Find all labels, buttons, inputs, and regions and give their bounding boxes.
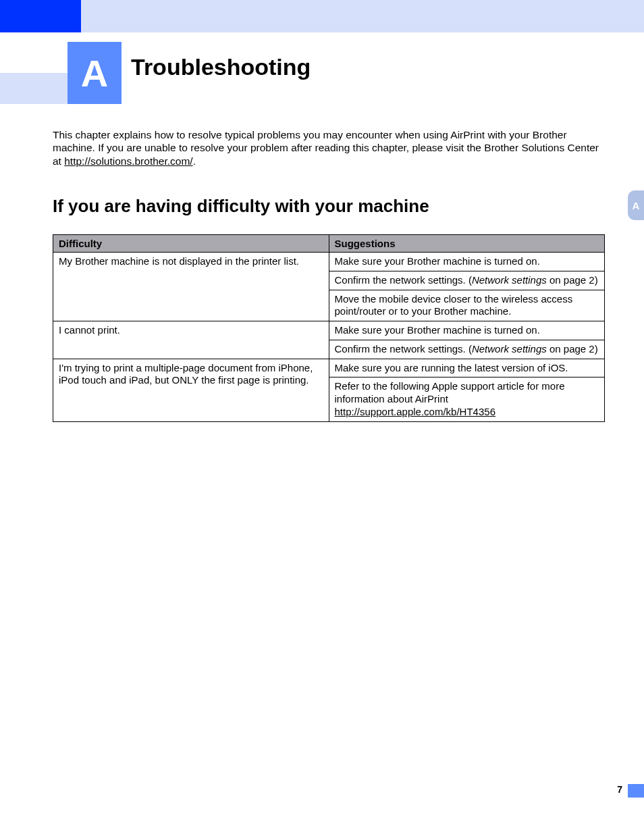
chapter-letter: A: [81, 51, 108, 95]
suggestion-cell: Make sure your Brother machine is turned…: [329, 253, 605, 271]
suggestion-cell: Refer to the following Apple support art…: [329, 377, 605, 421]
suggestion-cell: Make sure your Brother machine is turned…: [329, 321, 605, 340]
chapter-letter-box: A: [68, 42, 122, 104]
th-suggestions: Suggestions: [329, 235, 605, 253]
difficulty-cell: I cannot print.: [53, 321, 329, 359]
chapter-title: Troubleshooting: [131, 54, 311, 80]
apple-support-link[interactable]: http://support.apple.com/kb/HT4356: [335, 406, 495, 417]
side-tab: A: [628, 190, 644, 220]
header-corner: [0, 0, 81, 32]
th-difficulty: Difficulty: [53, 235, 329, 253]
solutions-center-link[interactable]: http://solutions.brother.com/: [64, 155, 192, 167]
difficulty-cell: My Brother machine is not displayed in t…: [53, 253, 329, 321]
intro-text-after: .: [193, 155, 196, 167]
suggestion-cell: Make sure you are running the latest ver…: [329, 359, 605, 377]
left-strip: [0, 73, 68, 104]
header-band: [81, 0, 644, 32]
subheading: If you are having difficulty with your m…: [53, 196, 605, 217]
suggestion-cell: Confirm the network settings. (Network s…: [329, 340, 605, 359]
content-area: This chapter explains how to resolve typ…: [53, 128, 605, 422]
intro-paragraph: This chapter explains how to resolve typ…: [53, 128, 605, 167]
troubleshooting-table: Difficulty Suggestions My Brother machin…: [53, 234, 605, 422]
page-number: 7: [617, 784, 622, 795]
difficulty-cell: I'm trying to print a multiple-page docu…: [53, 359, 329, 421]
suggestion-cell: Confirm the network settings. (Network s…: [329, 271, 605, 290]
suggestion-cell: Move the mobile device closer to the wir…: [329, 290, 605, 321]
bottom-accent: [628, 784, 644, 798]
